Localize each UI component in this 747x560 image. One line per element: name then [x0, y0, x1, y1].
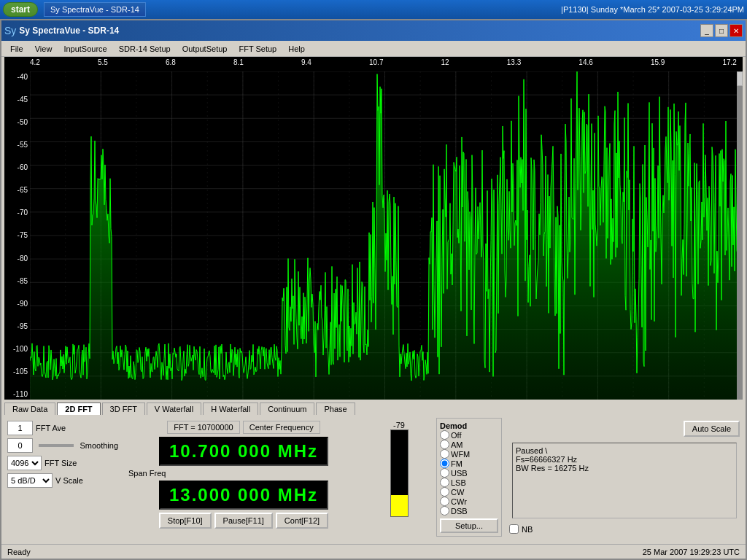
- auto-scale-row: Auto Scale: [509, 421, 740, 437]
- y-label-3: -55: [4, 141, 30, 149]
- demod-wfm-radio[interactable]: [440, 449, 449, 459]
- fft-ave-row: FFT Ave: [7, 421, 118, 435]
- center-freq-display[interactable]: 10.700 000 MHz: [159, 437, 328, 466]
- x-label-4: 9.4: [301, 58, 311, 71]
- menu-view[interactable]: View: [29, 43, 58, 55]
- span-freq-display[interactable]: 13.000 000 MHz: [159, 481, 328, 510]
- maximize-button[interactable]: □: [715, 24, 728, 37]
- y-label-5: -65: [4, 186, 30, 194]
- controls-row: FFT Ave Smoothing 4096 2048 1024 FFT Siz…: [1, 415, 746, 540]
- demod-panel: Demod Off AM WFM FM USB LSB CW: [436, 418, 502, 537]
- cont-button[interactable]: Cont[F12]: [276, 513, 328, 529]
- pause-button[interactable]: Pause[F11]: [214, 513, 273, 529]
- smoothing-input[interactable]: [7, 438, 33, 453]
- tabs-area: Raw Data 2D FFT 3D FFT V Waterfall H Wat…: [1, 400, 746, 415]
- menu-bar: File View InputSource SDR-14 Setup Outpu…: [1, 41, 746, 57]
- fft-ave-label: FFT Ave: [36, 424, 66, 432]
- info-area: Auto Scale Paused \ Fs=66666327 Hz BW Re…: [506, 418, 743, 537]
- start-button[interactable]: start: [3, 2, 38, 17]
- v-scrollbar[interactable]: [737, 71, 743, 400]
- demod-dsb-radio[interactable]: [440, 506, 449, 516]
- menu-fft-setup[interactable]: FFT Setup: [233, 43, 282, 55]
- tab-2d-fft[interactable]: 2D FFT: [57, 402, 100, 415]
- smoothing-row: Smoothing: [7, 438, 118, 453]
- y-label-8: -80: [4, 254, 30, 262]
- y-label-0: -40: [4, 73, 30, 81]
- v-scale-label: V Scale: [55, 476, 83, 485]
- spectrum-canvas: [30, 71, 740, 400]
- minimize-button[interactable]: _: [700, 24, 713, 37]
- signal-meter: [390, 429, 409, 517]
- close-button[interactable]: ✕: [729, 24, 743, 37]
- info-line-0: Paused \: [516, 446, 733, 455]
- fft-size-row: 4096 2048 1024 FFT Size: [7, 456, 118, 470]
- y-label-4: -60: [4, 163, 30, 171]
- auto-scale-button[interactable]: Auto Scale: [684, 421, 740, 437]
- x-label-2: 6.8: [166, 58, 176, 71]
- v-scale-select[interactable]: 5 dB/D 10 dB/D 2 dB/D: [7, 473, 53, 488]
- nb-area: NB: [509, 524, 740, 534]
- demod-cwr: CWr: [440, 497, 498, 506]
- demod-title: Demod: [440, 421, 498, 430]
- demod-am: AM: [440, 440, 498, 449]
- menu-input-source[interactable]: InputSource: [58, 43, 112, 55]
- main-window: Sy Sy SpectraVue - SDR-14 _ □ ✕ File Vie…: [0, 19, 747, 560]
- demod-cwr-radio[interactable]: [440, 497, 449, 506]
- menu-output-setup[interactable]: OutputSetup: [177, 43, 233, 55]
- status-bar: Ready 25 Mar 2007 19:29:23 UTC: [1, 544, 746, 559]
- center-freq-label: Center Frequency: [243, 421, 320, 434]
- control-buttons: Stop[F10] Pause[F11] Cont[F12]: [159, 513, 328, 529]
- setup-button[interactable]: Setup...: [440, 518, 498, 533]
- y-label-10: -90: [4, 300, 30, 308]
- status-right: 25 Mar 2007 19:29:23 UTC: [643, 548, 740, 556]
- taskbar-task[interactable]: Sy SpectraVue - SDR-14: [44, 2, 146, 17]
- stop-button[interactable]: Stop[F10]: [159, 513, 212, 529]
- nb-checkbox[interactable]: [509, 524, 519, 534]
- freq-label-row: FFT = 10700000 Center Frequency: [167, 421, 320, 434]
- tab-h-waterfall[interactable]: H Waterfall: [203, 402, 258, 415]
- x-axis-labels: 4.2 5.5 6.8 8.1 9.4 10.7 12 13.3 14.6 15…: [30, 58, 737, 71]
- y-label-13: -105: [4, 368, 30, 376]
- x-label-1: 5.5: [98, 58, 108, 71]
- fft-size-label: FFT Size: [44, 459, 77, 467]
- scrollbar-thumb[interactable]: [737, 71, 743, 86]
- v-scale-row: 5 dB/D 10 dB/D 2 dB/D V Scale: [7, 473, 118, 488]
- menu-file[interactable]: File: [4, 43, 29, 55]
- signal-meter-area: -79: [366, 418, 432, 537]
- taskbar: start Sy SpectraVue - SDR-14 |P1130| Sun…: [0, 0, 747, 19]
- taskbar-clock: |P1130| Sunday *March 25* 2007-03-25 3:2…: [561, 5, 744, 14]
- y-label-7: -75: [4, 231, 30, 239]
- fft-ave-input[interactable]: [7, 421, 33, 435]
- demod-lsb-radio[interactable]: [440, 478, 449, 487]
- y-label-6: -70: [4, 209, 30, 217]
- demod-dsb: DSB: [440, 506, 498, 516]
- demod-off-radio[interactable]: [440, 430, 449, 440]
- meter-yellow-bar2: [391, 505, 408, 516]
- info-line-2: BW Res = 16275 Hz: [516, 464, 733, 472]
- demod-am-radio[interactable]: [440, 440, 449, 449]
- tab-phase[interactable]: Phase: [316, 402, 355, 415]
- tab-continuum[interactable]: Continuum: [260, 402, 314, 415]
- menu-sdr14-setup[interactable]: SDR-14 Setup: [113, 43, 177, 55]
- tab-v-waterfall[interactable]: V Waterfall: [147, 402, 201, 415]
- demod-fm-radio[interactable]: [440, 459, 449, 468]
- menu-help[interactable]: Help: [282, 43, 311, 55]
- nb-label: NB: [522, 525, 533, 534]
- tab-raw-data[interactable]: Raw Data: [4, 402, 55, 415]
- info-panel: Paused \ Fs=66666327 Hz BW Res = 16275 H…: [512, 443, 737, 518]
- fft-size-select[interactable]: 4096 2048 1024: [7, 456, 42, 470]
- x-label-9: 15.9: [651, 58, 665, 71]
- x-label-7: 13.3: [507, 58, 521, 71]
- smoothing-slider[interactable]: [39, 444, 74, 447]
- x-label-0: 4.2: [30, 58, 40, 71]
- demod-off: Off: [440, 430, 498, 440]
- y-axis-labels: -40 -45 -50 -55 -60 -65 -70 -75 -80 -85 …: [4, 71, 30, 400]
- y-label-2: -50: [4, 118, 30, 126]
- tab-3d-fft[interactable]: 3D FFT: [102, 402, 145, 415]
- meter-value-label: -79: [393, 421, 405, 429]
- app-icon: Sy: [4, 25, 16, 36]
- demod-cw-radio[interactable]: [440, 487, 449, 497]
- demod-usb-radio[interactable]: [440, 468, 449, 478]
- spectrum-display: 4.2 5.5 6.8 8.1 9.4 10.7 12 13.3 14.6 15…: [4, 57, 743, 400]
- x-label-5: 10.7: [369, 58, 383, 71]
